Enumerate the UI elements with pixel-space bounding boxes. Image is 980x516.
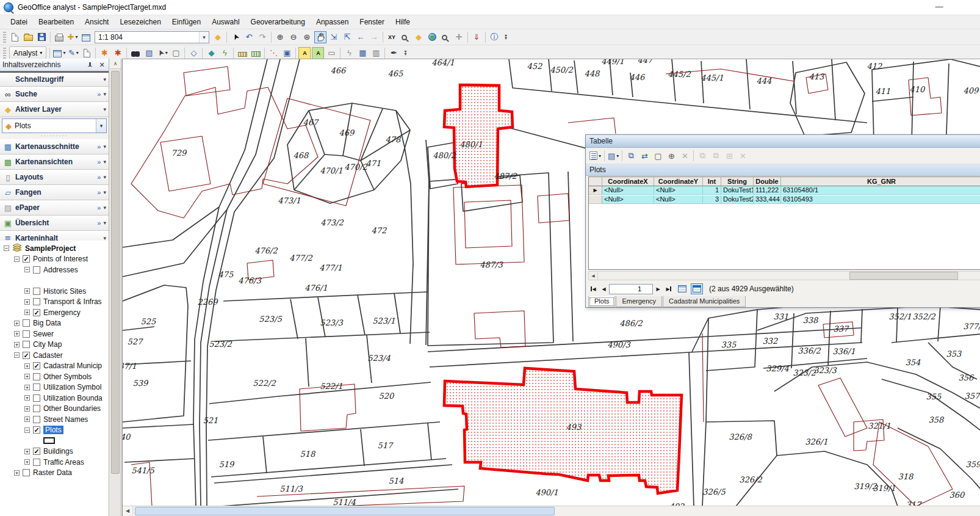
last-record-button[interactable]: ▶: [663, 284, 674, 294]
menu-einf-gen[interactable]: Einfügen: [167, 16, 206, 28]
layer-label[interactable]: Traffic Areas: [43, 458, 84, 467]
sidebar-section-suche[interactable]: ∞Suche»▾: [0, 87, 109, 102]
callout-icon[interactable]: ▭: [325, 47, 337, 59]
select-all-icon[interactable]: ▢: [652, 150, 664, 162]
clear-table-selection-icon[interactable]: ✕: [679, 150, 691, 162]
notes-icon[interactable]: ▥: [370, 47, 382, 59]
cell-coordinatey[interactable]: <Null>: [654, 195, 703, 204]
expand-icon[interactable]: +: [24, 406, 30, 412]
layer-label[interactable]: Points of Interest: [33, 255, 88, 263]
layer-checkbox[interactable]: [23, 469, 30, 476]
sidebar-section-schnellzugriff[interactable]: Schnellzugriff▾: [0, 71, 109, 87]
save-icon[interactable]: [35, 31, 48, 43]
layer-label[interactable]: Street Names: [43, 415, 88, 424]
map-horizontal-scrollbar[interactable]: ◀: [123, 506, 980, 516]
expand-icon[interactable]: +: [24, 363, 30, 369]
tree-row-emergency[interactable]: +✓Emergency: [0, 307, 109, 318]
layer-label[interactable]: Cadastral Municip: [43, 362, 102, 370]
column-header-coordinatex[interactable]: CoordinateX: [602, 177, 654, 186]
sidebar-section-bersicht[interactable]: ▣Übersicht»▾: [0, 216, 109, 231]
table-horizontal-scrollbar[interactable]: ◀: [588, 271, 980, 280]
show-selected-records-button[interactable]: [691, 283, 703, 294]
layer-label[interactable]: Sewer: [33, 330, 54, 338]
cell-coordinatey[interactable]: <Null>: [654, 186, 703, 195]
select-cursor-icon[interactable]: ➤: [229, 31, 242, 43]
flash-secondary-icon[interactable]: ϟ: [343, 47, 355, 59]
expand-icon[interactable]: +: [14, 470, 20, 476]
cell-double[interactable]: 111,222: [754, 186, 781, 195]
scrollbar-thumb[interactable]: [111, 71, 120, 474]
layer-label[interactable]: Cadaster: [33, 351, 63, 360]
menu-ansicht[interactable]: Ansicht: [79, 16, 114, 28]
cell-double[interactable]: 333,444: [754, 195, 781, 204]
table-scrollbar-thumb[interactable]: [849, 272, 958, 280]
table-tab-cadastral-municipalities[interactable]: Cadastral Municipalities: [663, 296, 746, 307]
full-extent-icon[interactable]: ⊛: [301, 31, 313, 43]
expand-icon[interactable]: +: [24, 459, 30, 465]
expand-icon[interactable]: +: [14, 321, 20, 326]
menu-lesezeichen[interactable]: Lesezeichen: [114, 16, 166, 28]
new-feature-icon[interactable]: ✱: [98, 47, 110, 59]
table-scroll-left-icon[interactable]: ◀: [589, 272, 598, 280]
edit-attributes-icon[interactable]: ✎▾: [67, 47, 79, 59]
column-header-double[interactable]: Double: [754, 177, 781, 186]
chevron-down-icon[interactable]: ▾: [103, 106, 106, 112]
column-header-int[interactable]: Int: [703, 177, 721, 186]
zoom-selection-icon[interactable]: [399, 31, 411, 43]
tree-row-plots[interactable]: −✓Plots: [0, 425, 109, 436]
sidebar-section-aktiver-layer[interactable]: ◆Aktiver Layer▾: [0, 102, 109, 117]
layer-checkbox[interactable]: ✓: [33, 448, 40, 455]
sidebar-scrollbar[interactable]: ∧: [110, 59, 121, 516]
layer-checkbox[interactable]: [33, 288, 40, 295]
layer-checkbox[interactable]: [33, 459, 40, 466]
active-layer-diamond-icon[interactable]: ◆: [212, 31, 224, 43]
show-all-records-button[interactable]: [676, 283, 688, 294]
menu-bearbeiten[interactable]: Bearbeiten: [33, 16, 79, 28]
layer-checkbox[interactable]: [33, 394, 40, 402]
tree-row-buildings[interactable]: +✓Buildings: [0, 446, 109, 457]
search-binoculars-icon[interactable]: [129, 47, 142, 59]
open-table-icon[interactable]: ▦: [356, 47, 369, 59]
cell-string[interactable]: DokuTest1: [721, 186, 754, 195]
related-tables-icon[interactable]: ▤▾: [607, 150, 619, 162]
layer-label[interactable]: Utilization Symbol: [43, 383, 101, 391]
expand-icon[interactable]: +: [24, 374, 30, 379]
select-arrow-icon[interactable]: ➤▾: [156, 47, 168, 59]
layer-label[interactable]: Raster Data: [33, 468, 72, 477]
layer-label[interactable]: Plots: [43, 426, 63, 434]
fixed-zoom-in-icon[interactable]: ⇲: [328, 31, 340, 43]
layer-checkbox[interactable]: [33, 416, 40, 423]
tree-row-addresses[interactable]: −Addresses: [0, 264, 109, 275]
menu-fenster[interactable]: Fenster: [354, 16, 390, 28]
menu-anpassen[interactable]: Anpassen: [311, 16, 354, 28]
expand-icon[interactable]: +: [14, 331, 20, 336]
panel-resize-grip[interactable]: ·········: [0, 134, 109, 139]
layer-label[interactable]: SampleProject: [25, 244, 76, 253]
layer-label[interactable]: Big Data: [33, 319, 61, 327]
layer-label[interactable]: Addresses: [43, 266, 78, 274]
layer-label[interactable]: Buildings: [43, 447, 73, 456]
select-by-xy-icon[interactable]: XY: [386, 31, 398, 43]
tree-row-city-map[interactable]: +City Map: [0, 340, 109, 351]
expand-icon[interactable]: »: [97, 90, 101, 98]
back-extent-icon[interactable]: ←: [355, 31, 367, 43]
info-coordinates-icon[interactable]: ⓘ: [488, 31, 500, 43]
tree-row-sewer[interactable]: +Sewer: [0, 329, 109, 340]
zoom-to-selected-icon[interactable]: ⊕: [665, 150, 677, 162]
scroll-up-icon[interactable]: ∧: [110, 59, 121, 69]
label-green-icon[interactable]: A: [312, 47, 324, 59]
label-yellow-icon[interactable]: A: [298, 47, 311, 59]
layer-checkbox[interactable]: [33, 266, 40, 274]
identify-diamond-icon[interactable]: ◆: [413, 31, 425, 43]
expand-icon[interactable]: »: [97, 158, 101, 165]
tree-row-street-names[interactable]: +Street Names: [0, 414, 109, 425]
sidebar-section-kartenausschnitte[interactable]: ▦Kartenausschnitte»▾: [0, 139, 109, 154]
flash-feature-icon[interactable]: ◆: [205, 47, 217, 59]
chevron-down-icon[interactable]: ▾: [103, 189, 106, 195]
close-icon[interactable]: ✕: [98, 61, 106, 69]
identify-results-icon[interactable]: ▾: [52, 47, 66, 59]
layer-checkbox[interactable]: [23, 319, 30, 327]
pen-tool-icon[interactable]: ✒: [387, 47, 400, 59]
tree-row-cadaster[interactable]: −✓Cadaster: [0, 350, 109, 361]
layer-checkbox[interactable]: ✓: [33, 362, 40, 369]
